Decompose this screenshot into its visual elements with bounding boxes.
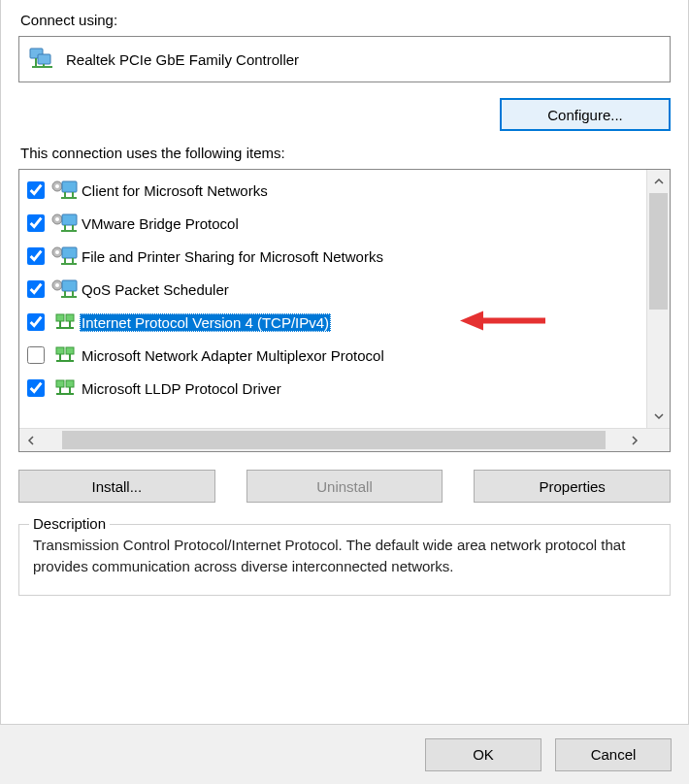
service-icon xyxy=(50,180,80,201)
service-icon xyxy=(50,212,80,234)
items-label: This connection uses the following items… xyxy=(20,145,671,161)
item-checkbox[interactable] xyxy=(27,214,45,232)
list-item[interactable]: Microsoft Network Adapter Multiplexor Pr… xyxy=(23,339,646,372)
list-item[interactable]: Microsoft LLDP Protocol Driver xyxy=(23,372,646,405)
list-item[interactable]: File and Printer Sharing for Microsoft N… xyxy=(23,240,646,273)
list-item[interactable]: Internet Protocol Version 4 (TCP/IPv4) xyxy=(23,306,646,339)
svg-rect-30 xyxy=(66,314,74,321)
cancel-button[interactable]: Cancel xyxy=(555,738,672,771)
components-listbox[interactable]: Client for Microsoft NetworksVMware Brid… xyxy=(18,169,671,452)
svg-rect-13 xyxy=(62,214,77,225)
item-label: Client for Microsoft Networks xyxy=(80,181,270,200)
scroll-down-arrow-icon[interactable] xyxy=(647,405,670,428)
svg-rect-42 xyxy=(66,380,74,387)
svg-point-6 xyxy=(55,184,59,188)
svg-rect-36 xyxy=(56,347,64,354)
description-group: Description Transmission Control Protoco… xyxy=(18,524,671,596)
vscroll-thumb[interactable] xyxy=(649,193,668,310)
dialog-footer: OK Cancel xyxy=(0,724,689,784)
description-legend: Description xyxy=(29,515,110,532)
scroll-right-arrow-icon[interactable] xyxy=(623,429,646,451)
connect-using-label: Connect using: xyxy=(20,12,671,28)
item-checkbox[interactable] xyxy=(27,247,45,265)
service-icon xyxy=(50,278,80,300)
list-item[interactable]: Client for Microsoft Networks xyxy=(23,174,646,207)
svg-point-24 xyxy=(55,283,59,287)
item-label: File and Printer Sharing for Microsoft N… xyxy=(80,247,385,266)
item-checkbox[interactable] xyxy=(27,313,45,331)
svg-rect-7 xyxy=(62,181,77,192)
item-checkbox[interactable] xyxy=(27,346,45,364)
svg-marker-35 xyxy=(460,311,483,331)
scroll-left-arrow-icon[interactable] xyxy=(19,429,43,451)
svg-rect-25 xyxy=(62,280,77,291)
svg-rect-1 xyxy=(38,54,50,64)
vertical-scrollbar[interactable] xyxy=(646,170,670,428)
hscroll-thumb[interactable] xyxy=(62,431,606,449)
protocol-icon xyxy=(50,345,80,365)
svg-point-18 xyxy=(55,250,59,254)
item-checkbox[interactable] xyxy=(27,280,45,298)
svg-point-12 xyxy=(55,217,59,221)
protocol-icon xyxy=(50,378,80,398)
scroll-up-arrow-icon[interactable] xyxy=(647,170,670,193)
annotation-arrow-icon xyxy=(460,308,547,338)
scroll-corner xyxy=(646,429,670,451)
list-item[interactable]: VMware Bridge Protocol xyxy=(23,207,646,240)
hscroll-track[interactable] xyxy=(43,429,623,451)
install-button[interactable]: Install... xyxy=(18,470,215,503)
protocol-icon xyxy=(50,312,80,332)
svg-rect-37 xyxy=(66,347,74,354)
adapter-name: Realtek PCIe GbE Family Controller xyxy=(66,51,299,68)
uninstall-button[interactable]: Uninstall xyxy=(246,470,443,503)
item-label: VMware Bridge Protocol xyxy=(80,214,241,233)
svg-rect-41 xyxy=(56,380,64,387)
item-checkbox[interactable] xyxy=(27,181,45,199)
ok-button[interactable]: OK xyxy=(425,738,541,771)
dialog-body: Connect using: Realtek PCIe GbE Family C… xyxy=(0,0,689,724)
service-icon xyxy=(50,245,80,267)
item-label: Internet Protocol Version 4 (TCP/IPv4) xyxy=(80,313,331,332)
item-checkbox[interactable] xyxy=(27,379,45,397)
item-label: QoS Packet Scheduler xyxy=(80,280,231,299)
description-text: Transmission Control Protocol/Internet P… xyxy=(33,535,656,577)
item-label: Microsoft LLDP Protocol Driver xyxy=(80,379,283,398)
svg-rect-29 xyxy=(56,314,64,321)
nic-icon xyxy=(29,48,56,71)
adapter-display: Realtek PCIe GbE Family Controller xyxy=(18,36,671,82)
properties-button[interactable]: Properties xyxy=(474,470,671,503)
horizontal-scrollbar[interactable] xyxy=(19,428,670,451)
item-label: Microsoft Network Adapter Multiplexor Pr… xyxy=(80,346,386,365)
configure-button[interactable]: Configure... xyxy=(500,98,671,131)
vscroll-track[interactable] xyxy=(647,193,670,405)
svg-rect-19 xyxy=(62,247,77,258)
list-item[interactable]: QoS Packet Scheduler xyxy=(23,273,646,306)
